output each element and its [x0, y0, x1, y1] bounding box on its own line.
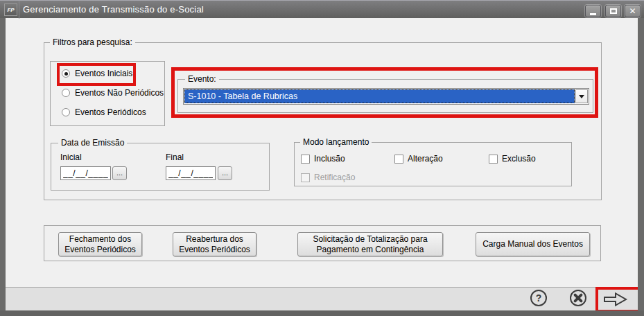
- close-button[interactable]: ✕: [625, 5, 641, 17]
- arrow-right-icon: [602, 291, 629, 308]
- checkbox-label: Retificação: [314, 173, 355, 182]
- data-emissao-group-label: Data de Emissão: [58, 138, 127, 148]
- checkbox-unchecked-icon: [394, 155, 403, 164]
- radio-selected-icon: [62, 69, 70, 78]
- radio-eventos-iniciais[interactable]: Eventos Iniciais: [62, 69, 132, 78]
- minimize-icon: [590, 13, 596, 15]
- titlebar-separator: [19, 1, 19, 19]
- cancel-button[interactable]: [569, 289, 587, 307]
- window-border-left: [0, 18, 6, 316]
- radio-label: Eventos Iniciais: [75, 69, 132, 78]
- checkbox-unchecked-icon: [301, 173, 310, 182]
- final-label: Final: [166, 152, 184, 162]
- solicitacao-totalizacao-button[interactable]: Solicitação de Totalização para Pagament…: [297, 232, 443, 256]
- evento-dropdown-button[interactable]: [575, 89, 588, 103]
- data-final-input[interactable]: [166, 166, 216, 180]
- modo-lancamento-group-label: Modo lançamento: [300, 137, 372, 147]
- svg-text:?: ?: [536, 292, 542, 304]
- minimize-button[interactable]: [585, 5, 601, 17]
- chevron-down-icon: [579, 95, 584, 98]
- radio-unselected-icon: [62, 108, 70, 116]
- radio-eventos-nao-periodicos[interactable]: Eventos Não Periódicos: [62, 88, 164, 98]
- maximize-button[interactable]: [605, 5, 621, 17]
- title-bar: FP Gerenciamento de Transmissão do e-Soc…: [0, 0, 644, 18]
- radio-eventos-periodicos[interactable]: Eventos Periódicos: [62, 107, 146, 117]
- maximize-icon: [610, 8, 617, 14]
- actions-panel: Fechamento dos Eventos Periódicos Reaber…: [44, 225, 601, 261]
- radio-label: Eventos Periódicos: [75, 107, 146, 117]
- evento-dropdown[interactable]: S-1010 - Tabela de Rubricas: [183, 88, 589, 105]
- checkbox-label: Inclusão: [314, 154, 345, 164]
- checkbox-label: Exclusão: [502, 154, 536, 164]
- help-button[interactable]: ?: [530, 289, 548, 307]
- evento-group-label: Evento:: [185, 74, 219, 84]
- checkbox-label: Alteração: [408, 154, 443, 164]
- proceed-button[interactable]: [602, 291, 629, 308]
- window-title: Gerenciamento de Transmissão do e-Social: [23, 1, 204, 18]
- close-circle-icon: [569, 289, 587, 307]
- checkbox-alteracao[interactable]: Alteração: [394, 154, 443, 164]
- inicial-label: Inicial: [60, 152, 82, 162]
- evento-groupbox: Evento: S-1010 - Tabela de Rubricas: [177, 79, 593, 113]
- filters-groupbox: Filtros para pesquisa: Eventos Iniciais …: [44, 42, 602, 200]
- reabertura-eventos-button[interactable]: Reabertura dos Eventos Periódicos: [173, 232, 256, 256]
- evento-selected-value: S-1010 - Tabela de Rubricas: [184, 89, 575, 103]
- data-inicial-input[interactable]: [60, 166, 111, 180]
- radio-unselected-icon: [62, 89, 70, 97]
- fechamento-eventos-button[interactable]: Fechamento dos Eventos Periódicos: [58, 232, 142, 256]
- carga-manual-button[interactable]: Carga Manual dos Eventos: [476, 232, 590, 256]
- checkbox-unchecked-icon: [301, 155, 310, 164]
- checkbox-retificacao: Retificação: [301, 173, 355, 182]
- help-circle-icon: ?: [530, 289, 548, 307]
- event-type-panel: Eventos Iniciais Eventos Não Periódicos …: [50, 61, 165, 126]
- data-emissao-groupbox: Data de Emissão Inicial ... Final ...: [51, 143, 270, 191]
- window-border-bottom: [0, 310, 644, 316]
- window-border-right: [638, 18, 644, 316]
- close-icon: ✕: [629, 7, 636, 15]
- checkbox-unchecked-icon: [489, 155, 498, 164]
- data-final-browse-button[interactable]: ...: [218, 166, 232, 180]
- esocial-transmission-window: FP Gerenciamento de Transmissão do e-Soc…: [0, 0, 644, 316]
- checkbox-inclusao[interactable]: Inclusão: [301, 154, 345, 164]
- radio-label: Eventos Não Periódicos: [75, 88, 164, 98]
- data-inicial-browse-button[interactable]: ...: [112, 166, 127, 180]
- app-fp-icon[interactable]: FP: [4, 3, 17, 16]
- checkbox-exclusao[interactable]: Exclusão: [489, 154, 536, 164]
- filters-group-label: Filtros para pesquisa:: [50, 37, 135, 47]
- modo-lancamento-groupbox: Modo lançamento Inclusão Alteração Exclu…: [294, 142, 572, 186]
